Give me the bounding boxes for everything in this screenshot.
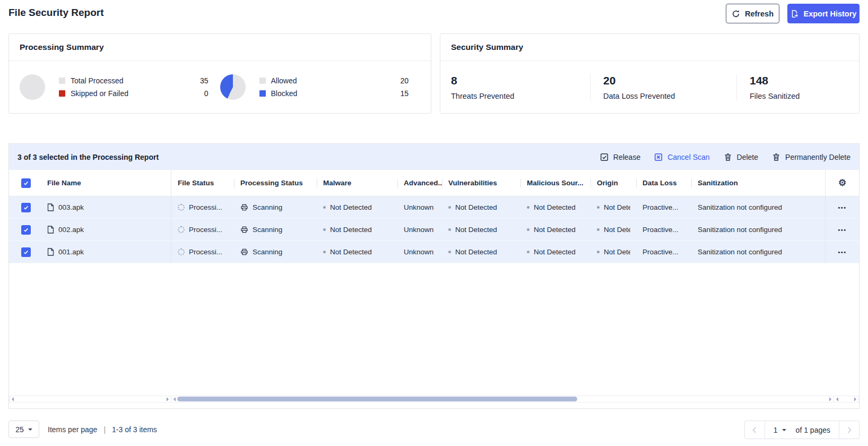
more-options-button[interactable]: ••• (838, 227, 846, 233)
malicious-sources-status: Not Detected (534, 226, 576, 234)
selection-count-text: 3 of 3 selected in the Processing Report (18, 153, 159, 161)
file-status: Processi... (189, 203, 222, 211)
status-dot (323, 228, 326, 231)
refresh-button[interactable]: Refresh (726, 4, 779, 23)
cancel-scan-button[interactable]: Cancel Scan (654, 153, 709, 161)
vulnerabilities-status: Not Detected (455, 226, 497, 234)
more-options-button[interactable]: ••• (838, 204, 846, 211)
sanitization-cell: Sanitization not configured (691, 219, 825, 241)
select-all-checkbox[interactable] (21, 178, 31, 188)
files-sanitized-stat: 148 Files Sanitized (736, 74, 800, 100)
chevron-down-icon[interactable] (782, 429, 786, 433)
check-icon (23, 180, 29, 186)
stat-label: Threats Prevented (451, 92, 590, 100)
file-name-cell[interactable]: 002.apk (43, 219, 171, 241)
frozen-right-scrollbar[interactable] (834, 396, 859, 402)
sanitization-cell: Sanitization not configured (691, 241, 825, 263)
file-icon (47, 203, 54, 211)
row-checkbox[interactable] (21, 225, 31, 235)
row-menu-cell: ••• (825, 219, 859, 241)
advanced-status: Unknown (404, 226, 433, 234)
page-size-select[interactable]: 25 (8, 421, 39, 438)
page-number-value[interactable]: 1 (774, 426, 778, 434)
status-dot (448, 206, 451, 209)
threats-prevented-stat: 8 Threats Prevented (451, 74, 590, 100)
status-dot (323, 206, 326, 209)
permanently-delete-label: Permanently Delete (785, 153, 850, 161)
origin-cell: Not Detected (591, 219, 636, 241)
column-header-advanced[interactable]: Advanced... (397, 170, 442, 196)
export-history-button[interactable]: Export History (787, 4, 860, 23)
total-pages-label: of 1 pages (796, 426, 830, 434)
bulk-actions: Release Cancel Scan Delete (600, 153, 850, 161)
export-label: Export History (804, 10, 857, 18)
processing-spinner-icon (178, 248, 185, 255)
scrollbar-thumb[interactable] (177, 397, 577, 401)
vulnerabilities-cell: Not Detected (442, 219, 520, 241)
sanitization-status: Sanitization not configured (698, 203, 782, 211)
malicious-sources-status: Not Detected (534, 248, 576, 256)
scroll-left-arrow-icon[interactable] (836, 397, 838, 401)
check-icon (23, 249, 29, 255)
cancel-scan-label: Cancel Scan (667, 153, 709, 161)
origin-cell: Not Detected (591, 241, 636, 263)
chevron-left-icon (752, 427, 757, 433)
processing-status-cell: Scanning (234, 219, 317, 241)
malware-status: Not Detected (330, 203, 372, 211)
column-header-file-name[interactable]: File Name (43, 170, 171, 196)
gear-icon[interactable]: ⚙ (838, 178, 846, 187)
security-summary-title: Security Summary (440, 34, 859, 61)
data-loss-prevented-stat: 20 Data Loss Prevented (590, 74, 736, 100)
allowed-swatch (259, 78, 266, 84)
malicious-sources-cell: Not Detected (520, 219, 591, 241)
column-header-data-loss[interactable]: Data Loss (636, 170, 691, 196)
processing-status: Scanning (253, 248, 282, 256)
malware-cell: Not Detected (317, 196, 397, 218)
row-checkbox[interactable] (21, 203, 31, 212)
file-name-cell[interactable]: 003.apk (43, 196, 171, 218)
refresh-icon (732, 10, 740, 18)
table-row[interactable]: 003.apk Processi... Scanning Not Detecte… (9, 196, 859, 219)
sanitization-status: Sanitization not configured (698, 226, 782, 234)
scroll-right-arrow-icon[interactable] (829, 397, 831, 401)
column-header-malicious-sources[interactable]: Malicious Sour... (520, 170, 591, 196)
chevron-right-icon (847, 427, 852, 433)
column-header-processing-status[interactable]: Processing Status (234, 170, 317, 196)
data-loss-cell: Proactive... (636, 219, 691, 241)
table-row[interactable]: 002.apk Processi... Scanning Not Detecte… (9, 219, 859, 241)
malicious-sources-status: Not Detected (534, 203, 576, 211)
legend-value: 35 (200, 76, 209, 85)
next-page-button[interactable] (839, 421, 859, 439)
delete-label: Delete (737, 153, 758, 161)
verdict-legend: Allowed 20 Blocked 15 (259, 74, 409, 100)
column-header-origin[interactable]: Origin (591, 170, 636, 196)
table-row[interactable]: 001.apk Processi... Scanning Not Detecte… (9, 241, 859, 263)
more-options-button[interactable]: ••• (838, 249, 846, 255)
column-header-vulnerabilities[interactable]: Vulnerabilities (442, 170, 520, 196)
items-per-page-label: Items per page (48, 425, 97, 434)
stat-value: 8 (451, 74, 590, 87)
file-name-cell[interactable]: 001.apk (43, 241, 171, 263)
scroll-right-arrow-icon[interactable] (854, 397, 856, 401)
scroll-left-arrow-icon[interactable] (12, 397, 14, 401)
previous-page-button[interactable] (745, 421, 765, 439)
row-checkbox[interactable] (21, 247, 31, 257)
delete-button[interactable]: Delete (724, 153, 758, 161)
data-loss-status: Proactive... (643, 248, 679, 256)
legend-label: Skipped or Failed (71, 89, 128, 98)
malware-cell: Not Detected (317, 241, 397, 263)
frozen-left-scrollbar[interactable] (9, 396, 171, 402)
permanently-delete-button[interactable]: Permanently Delete (772, 153, 850, 161)
table-horizontal-scrollbar[interactable] (171, 396, 834, 402)
column-header-malware[interactable]: Malware (317, 170, 397, 196)
scroll-left-arrow-icon[interactable] (173, 397, 176, 401)
processing-summary-title: Processing Summary (9, 34, 431, 61)
legend-item: Total Processed 35 (59, 74, 209, 87)
column-header-file-status[interactable]: File Status (171, 170, 234, 196)
column-header-sanitization[interactable]: Sanitization (691, 170, 825, 196)
status-dot (597, 251, 600, 253)
release-button[interactable]: Release (600, 153, 640, 161)
file-status-cell: Processi... (171, 241, 234, 263)
scanner-icon (240, 226, 248, 234)
scroll-right-arrow-icon[interactable] (167, 397, 169, 401)
